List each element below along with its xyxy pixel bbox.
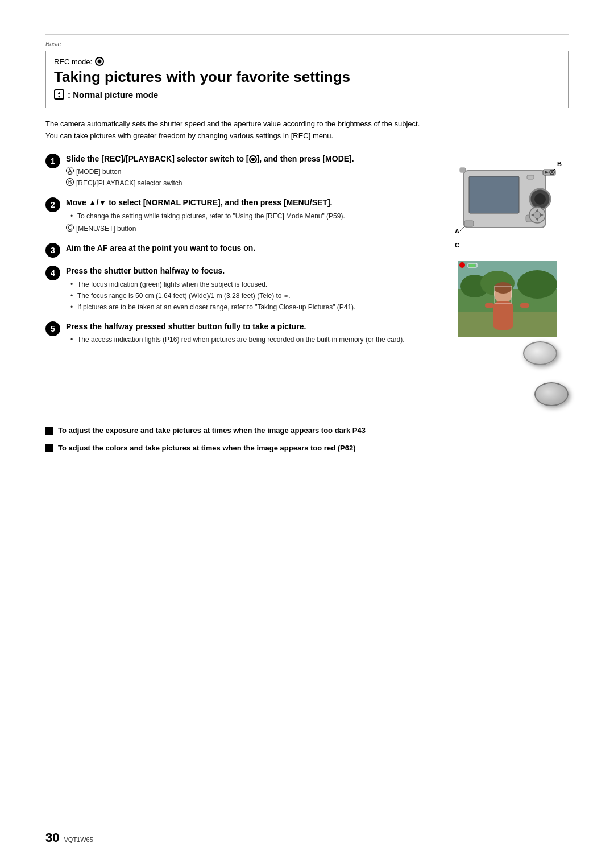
step-4-bullet-2: The focus range is 50 cm (1.64 feet) (Wi… [70, 291, 435, 301]
main-title: Taking pictures with your favorite setti… [54, 68, 560, 86]
step-1-labels: A [MODE] button B [REC]/[PLAYBACK] selec… [66, 167, 435, 188]
note-1: To adjust the exposure and take pictures… [45, 425, 569, 437]
step-4-bullet-1: The focus indication (green) lights when… [70, 279, 435, 290]
step-1-content: Slide the [REC]/[PLAYBACK] selector swit… [66, 154, 435, 190]
label-c-text: [MENU/SET] button [76, 224, 136, 234]
subtitle: : Normal picture mode [54, 89, 560, 100]
label-a-text: [MODE] button [76, 167, 121, 177]
svg-rect-4 [460, 168, 466, 172]
step-3-content: Aim the AF area at the point you want to… [66, 243, 435, 257]
note-2-text: To adjust the colors and take pictures a… [58, 443, 356, 454]
shutter-half-button [523, 341, 557, 365]
rec-mode-icon [95, 57, 104, 66]
note-2: To adjust the colors and take pictures a… [45, 443, 569, 454]
subtitle-text: : Normal picture mode [68, 90, 158, 100]
step-1-row: 1 Slide the [REC]/[PLAYBACK] selector sw… [45, 154, 435, 190]
step-4-row: 4 Press the shutter button halfway to fo… [45, 266, 435, 313]
normal-picture-icon [54, 89, 64, 100]
step-2-title: Move ▲/▼ to select [NORMAL PICTURE], and… [66, 197, 435, 209]
step-4-bullet-3: If pictures are to be taken at an even c… [70, 302, 435, 312]
step-2-number: 2 [45, 197, 60, 212]
note-2-icon [45, 444, 53, 452]
step-2-content: Move ▲/▼ to select [NORMAL PICTURE], and… [66, 197, 435, 235]
svg-point-31 [494, 282, 512, 294]
page-footer: 30 VQT1W65 [45, 830, 93, 845]
svg-rect-34 [520, 303, 529, 308]
step-2-labels: To change the setting while taking pictu… [66, 211, 435, 234]
page-code: VQT1W65 [64, 836, 93, 843]
page-container: Basic REC mode: Taking pictures with you… [45, 34, 569, 454]
photo-preview-svg [458, 261, 557, 337]
svg-point-3 [534, 193, 546, 205]
step-2-bullet-1: To change the setting while taking pictu… [70, 211, 435, 221]
step-3-row: 3 Aim the AF area at the point you want … [45, 243, 435, 258]
note-1-text: To adjust the exposure and take pictures… [58, 425, 366, 437]
svg-text:C: C [455, 242, 459, 249]
section-label: Basic [45, 40, 569, 47]
steps-left: 1 Slide the [REC]/[PLAYBACK] selector sw… [45, 154, 435, 406]
step-5-row: 5 Press the halfway pressed shutter butt… [45, 321, 435, 346]
step-2-bullets: To change the setting while taking pictu… [66, 211, 435, 221]
step-1-number: 1 [45, 154, 60, 168]
step-5-number: 5 [45, 321, 60, 336]
step-2-row: 2 Move ▲/▼ to select [NORMAL PICTURE], a… [45, 197, 435, 235]
svg-point-19 [534, 212, 541, 218]
notes-section: To adjust the exposure and take pictures… [45, 419, 569, 454]
svg-rect-16 [464, 221, 474, 226]
images-right: B A C [446, 154, 569, 406]
step-3-number: 3 [45, 243, 60, 258]
svg-text:B: B [557, 160, 562, 167]
camera-diagram-wrapper: B A C [452, 154, 563, 255]
rec-mode-text: REC mode: [54, 57, 92, 66]
svg-point-28 [517, 270, 557, 299]
step-4-title: Press the shutter button halfway to focu… [66, 266, 435, 277]
svg-point-11 [551, 171, 553, 173]
label-a: A [66, 167, 74, 175]
step-4-bullets: The focus indication (green) lights when… [66, 279, 435, 312]
svg-rect-1 [469, 176, 519, 213]
step-1-title: Slide the [REC]/[PLAYBACK] selector swit… [66, 154, 435, 165]
label-b-text: [REC]/[PLAYBACK] selector switch [76, 178, 182, 188]
step-3-title: Aim the AF area at the point you want to… [66, 243, 435, 254]
camera-diagram-svg: B A C [452, 154, 563, 253]
svg-point-35 [459, 262, 465, 268]
step-4-number: 4 [45, 266, 60, 280]
svg-rect-33 [485, 303, 494, 308]
intro-text: The camera automatically sets the shutte… [45, 118, 569, 142]
svg-rect-37 [469, 264, 475, 267]
photo-preview-container [458, 261, 557, 365]
step-5-title: Press the halfway pressed shutter button… [66, 321, 435, 333]
label-b: B [66, 178, 74, 186]
shutter-full-press-container [534, 382, 569, 406]
svg-rect-5 [527, 175, 534, 179]
rec-mode-line: REC mode: [54, 57, 560, 66]
intro-line-1: The camera automatically sets the shutte… [45, 118, 569, 130]
step-5-bullet-1: The access indication lights (P16) red w… [70, 334, 435, 345]
step-5-content: Press the halfway pressed shutter button… [66, 321, 435, 346]
shutter-full-button [534, 382, 569, 406]
step-5-bullets: The access indication lights (P16) red w… [66, 334, 435, 345]
note-1-icon [45, 427, 53, 435]
title-section: REC mode: Taking pictures with your favo… [45, 51, 569, 108]
label-c: C [66, 224, 74, 232]
step-4-content: Press the shutter button halfway to focu… [66, 266, 435, 313]
page-number: 30 [45, 830, 59, 845]
svg-rect-32 [493, 301, 513, 330]
svg-text:A: A [455, 228, 459, 234]
intro-line-2: You can take pictures with greater freed… [45, 130, 569, 142]
steps-and-images: 1 Slide the [REC]/[PLAYBACK] selector sw… [45, 154, 569, 406]
